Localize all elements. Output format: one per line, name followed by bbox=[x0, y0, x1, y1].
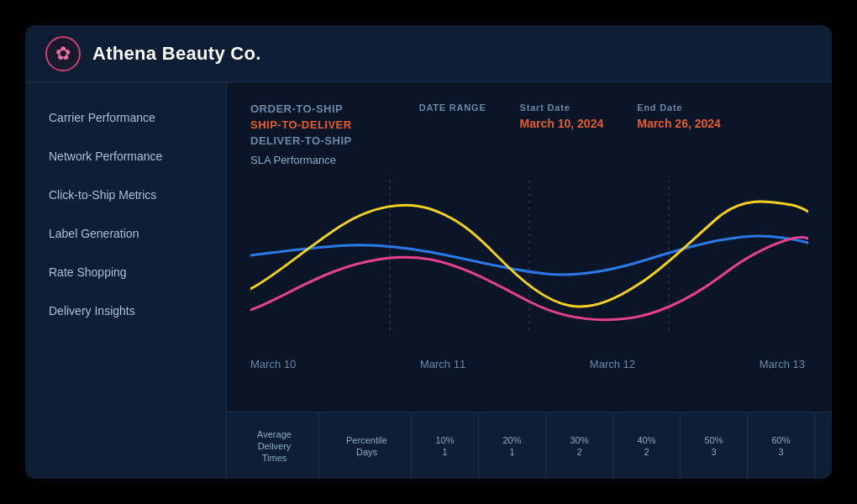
table-col-50pct: 50% 3 bbox=[681, 412, 748, 479]
sla-performance-label: SLA Performance bbox=[250, 154, 352, 166]
table-col-percentile: Percentile Days bbox=[319, 412, 412, 479]
date-range-title-group: DATE RANGE bbox=[419, 102, 486, 166]
sidebar-label-click-to-ship: Click-to-Ship Metrics bbox=[49, 188, 156, 202]
start-date-group: Start Date March 10, 2024 bbox=[520, 102, 604, 166]
sidebar-item-rate-shopping[interactable]: Rate Shopping bbox=[35, 254, 216, 291]
table-10pct-value: 1 bbox=[442, 447, 447, 457]
table-col-10pct: 10% 1 bbox=[412, 412, 479, 479]
sidebar: Carrier Performance Network Performance … bbox=[25, 82, 227, 479]
x-label-march13: March 13 bbox=[760, 358, 805, 370]
chart-section: ORDER-TO-SHIP SHIP-TO-DELIVER DELIVER-TO… bbox=[227, 82, 832, 412]
x-axis-labels: March 10 March 11 March 12 March 13 bbox=[250, 351, 808, 370]
table-60pct-label: 60% bbox=[771, 435, 790, 445]
sidebar-label-rate-shopping: Rate Shopping bbox=[49, 265, 127, 279]
sidebar-item-delivery-insights[interactable]: Delivery Insights bbox=[35, 292, 216, 329]
start-date-label: Start Date bbox=[520, 102, 604, 113]
table-20pct-label: 20% bbox=[502, 435, 521, 445]
start-date-value: March 10, 2024 bbox=[520, 117, 604, 130]
end-date-group: End Date March 26, 2024 bbox=[637, 102, 721, 166]
x-label-march12: March 12 bbox=[590, 358, 635, 370]
app-title: Athena Beauty Co. bbox=[92, 43, 261, 65]
table-40pct-label: 40% bbox=[637, 435, 655, 445]
main-layout: Carrier Performance Network Performance … bbox=[25, 82, 832, 479]
sidebar-item-network-performance[interactable]: Network Performance bbox=[35, 138, 216, 175]
table-30pct-value: 2 bbox=[576, 447, 581, 457]
date-range-section: DATE RANGE Start Date March 10, 2024 End… bbox=[419, 102, 721, 166]
logo-container: ✿ bbox=[45, 36, 81, 71]
chart-header: ORDER-TO-SHIP SHIP-TO-DELIVER DELIVER-TO… bbox=[250, 102, 808, 166]
table-avg-line2: Delivery bbox=[258, 441, 292, 451]
end-date-value: March 26, 2024 bbox=[637, 117, 721, 130]
sidebar-item-click-to-ship[interactable]: Click-to-Ship Metrics bbox=[35, 176, 216, 213]
table-avg-line3: Times bbox=[262, 453, 287, 463]
table-10pct-label: 10% bbox=[435, 435, 454, 445]
table-pct-line2: Days bbox=[356, 447, 377, 457]
sidebar-label-carrier-performance: Carrier Performance bbox=[49, 111, 155, 124]
x-label-march10: March 10 bbox=[250, 358, 296, 370]
table-section: Average Delivery Times Percentile Days 1… bbox=[227, 412, 832, 479]
end-date-label: End Date bbox=[637, 102, 721, 113]
table-40pct-value: 2 bbox=[644, 447, 649, 457]
table-col-20pct: 20% 1 bbox=[479, 412, 546, 479]
sidebar-label-delivery-insights: Delivery Insights bbox=[49, 304, 135, 318]
sidebar-label-network-performance: Network Performance bbox=[49, 150, 162, 163]
table-col-40pct: 40% 2 bbox=[613, 412, 681, 479]
table-header: Average Delivery Times Percentile Days 1… bbox=[227, 412, 832, 479]
app-container: ✿ Athena Beauty Co. Carrier Performance … bbox=[25, 25, 832, 479]
table-30pct-label: 30% bbox=[570, 435, 588, 445]
sidebar-item-carrier-performance[interactable]: Carrier Performance bbox=[35, 99, 216, 136]
table-50pct-label: 50% bbox=[704, 435, 723, 445]
header: ✿ Athena Beauty Co. bbox=[25, 25, 832, 82]
table-avg-line1: Average bbox=[257, 429, 292, 439]
date-range-label: DATE RANGE bbox=[419, 102, 486, 113]
chart-container: March 10 March 11 March 12 March 13 bbox=[250, 180, 808, 348]
table-col-70pct: 70% 4 bbox=[815, 412, 832, 479]
metric-order-to-ship[interactable]: ORDER-TO-SHIP bbox=[250, 102, 352, 115]
table-20pct-value: 1 bbox=[509, 447, 514, 457]
chart-metric-labels: ORDER-TO-SHIP SHIP-TO-DELIVER DELIVER-TO… bbox=[250, 102, 352, 166]
app-logo-icon: ✿ bbox=[55, 43, 71, 65]
table-60pct-value: 3 bbox=[778, 447, 783, 457]
sidebar-label-label-generation: Label Generation bbox=[49, 227, 139, 240]
table-pct-line1: Percentile bbox=[346, 435, 387, 445]
chart-svg bbox=[250, 180, 808, 348]
table-col-avg-delivery: Average Delivery Times bbox=[227, 412, 319, 479]
content-area: ORDER-TO-SHIP SHIP-TO-DELIVER DELIVER-TO… bbox=[227, 82, 832, 479]
metric-deliver-to-ship[interactable]: DELIVER-TO-SHIP bbox=[250, 134, 352, 147]
table-col-60pct: 60% 3 bbox=[748, 412, 815, 479]
sidebar-item-label-generation[interactable]: Label Generation bbox=[35, 215, 216, 252]
metric-ship-to-deliver[interactable]: SHIP-TO-DELIVER bbox=[250, 118, 352, 131]
table-col-30pct: 30% 2 bbox=[546, 412, 613, 479]
x-label-march11: March 11 bbox=[420, 358, 465, 370]
table-50pct-value: 3 bbox=[711, 447, 716, 457]
